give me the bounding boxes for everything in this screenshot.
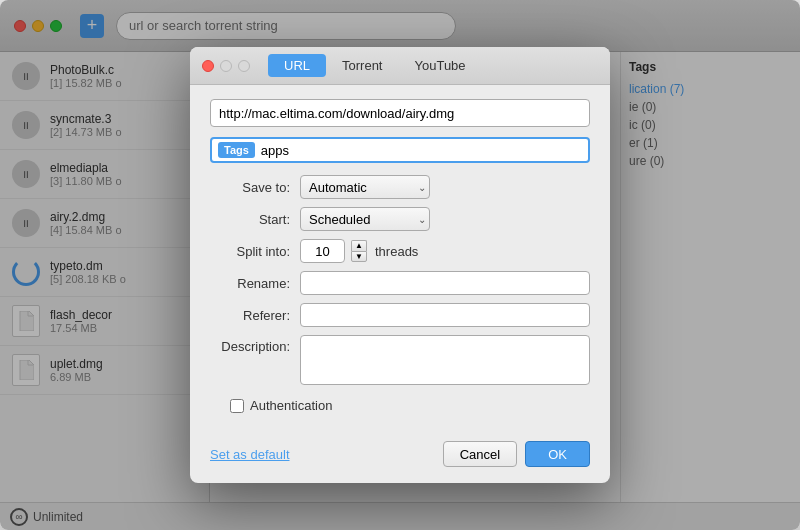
auth-label: Authentication xyxy=(250,398,332,413)
modal-maximize-button[interactable] xyxy=(238,60,250,72)
save-to-label: Save to: xyxy=(210,180,300,195)
modal-close-button[interactable] xyxy=(202,60,214,72)
start-label: Start: xyxy=(210,212,300,227)
rename-label: Rename: xyxy=(210,276,300,291)
modal-footer: Set as default Cancel OK xyxy=(190,441,610,483)
tab-bar: URL Torrent YouTube xyxy=(268,54,482,77)
threads-label: threads xyxy=(375,244,418,259)
rename-input[interactable] xyxy=(300,271,590,295)
save-to-select[interactable]: Automatic Desktop Downloads Custom... xyxy=(300,175,430,199)
modal-traffic-lights xyxy=(202,60,250,72)
modal-overlay: URL Torrent YouTube Tags Save to xyxy=(0,0,800,530)
split-into-row: Split into: ▲ ▼ threads xyxy=(210,239,590,263)
cancel-button[interactable]: Cancel xyxy=(443,441,517,467)
footer-buttons: Cancel OK xyxy=(443,441,590,467)
stepper-up-button[interactable]: ▲ xyxy=(351,240,367,251)
stepper-down-button[interactable]: ▼ xyxy=(351,251,367,262)
split-into-label: Split into: xyxy=(210,244,300,259)
rename-row: Rename: xyxy=(210,271,590,295)
referer-row: Referer: xyxy=(210,303,590,327)
url-input-row xyxy=(210,99,590,127)
tab-url[interactable]: URL xyxy=(268,54,326,77)
description-label: Description: xyxy=(210,335,300,354)
url-input[interactable] xyxy=(210,99,590,127)
tags-badge: Tags xyxy=(218,142,255,158)
split-into-input[interactable] xyxy=(300,239,345,263)
start-row: Start: Scheduled Immediately Manually ⌄ xyxy=(210,207,590,231)
start-select[interactable]: Scheduled Immediately Manually xyxy=(300,207,430,231)
auth-checkbox[interactable] xyxy=(230,399,244,413)
modal-dialog: URL Torrent YouTube Tags Save to xyxy=(190,47,610,483)
referer-label: Referer: xyxy=(210,308,300,323)
referer-input[interactable] xyxy=(300,303,590,327)
description-textarea[interactable] xyxy=(300,335,590,385)
ok-button[interactable]: OK xyxy=(525,441,590,467)
modal-minimize-button[interactable] xyxy=(220,60,232,72)
set-default-link[interactable]: Set as default xyxy=(210,447,290,462)
tags-input-row: Tags xyxy=(210,137,590,163)
tags-input[interactable] xyxy=(261,143,582,158)
modal-titlebar: URL Torrent YouTube xyxy=(190,47,610,85)
split-stepper: ▲ ▼ xyxy=(351,240,367,262)
description-row: Description: xyxy=(210,335,590,388)
tab-youtube[interactable]: YouTube xyxy=(398,54,481,77)
tab-torrent[interactable]: Torrent xyxy=(326,54,398,77)
modal-body: Tags Save to: Automatic Desktop Download… xyxy=(190,85,610,441)
app-window: + ⏸ PhotoBulk.c [1] 15.82 MB o ⏸ syncma xyxy=(0,0,800,530)
save-to-row: Save to: Automatic Desktop Downloads Cus… xyxy=(210,175,590,199)
authentication-row: Authentication xyxy=(230,398,590,413)
